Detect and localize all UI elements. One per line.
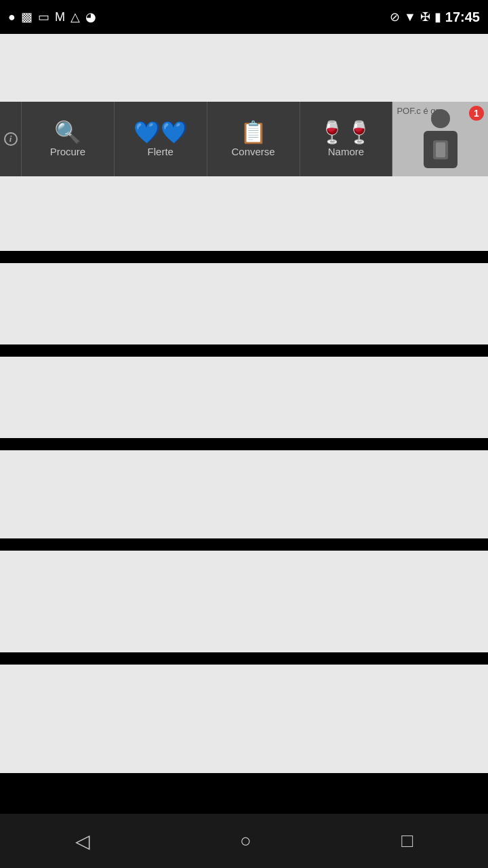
tab-pof-ad[interactable]: 1 POF.c é gra (392, 102, 488, 176)
info-button[interactable]: i (0, 102, 22, 176)
chat-icon: ▩ (21, 9, 33, 24)
battery-icon: ▮ (434, 9, 441, 24)
nav-bar: i 🔍 Procure 💙💙 Flerte 📋 Converse 🍷🍷 Namo… (0, 102, 488, 176)
divider-5 (0, 652, 488, 665)
tab-converse[interactable]: 📋 Converse (207, 102, 300, 176)
tab-namore-label: Namore (328, 146, 364, 157)
tab-converse-label: Converse (232, 146, 275, 157)
mail-icon: M (55, 10, 65, 24)
content-stripe-5 (0, 551, 488, 652)
tab-flerte[interactable]: 💙💙 Flerte (115, 102, 207, 176)
notification-badge: 1 (469, 106, 484, 121)
airplane-icon: ✠ (420, 9, 430, 24)
content-stripe-1 (0, 176, 488, 251)
back-button[interactable]: ◁ (62, 823, 104, 859)
hearts-icon: 💙💙 (134, 121, 188, 143)
bottom-nav: ◁ ○ □ (0, 814, 488, 868)
svg-rect-3 (436, 142, 445, 157)
content-stripe-3 (0, 357, 488, 438)
block-icon: ⊘ (390, 9, 400, 24)
home-button[interactable]: ○ (226, 823, 265, 859)
wifi-icon: ▼ (404, 10, 416, 24)
tab-namore[interactable]: 🍷🍷 Namore (300, 102, 393, 176)
whatsapp-icon: ● (8, 10, 16, 24)
divider-2 (0, 344, 488, 357)
content-stripe-6 (0, 665, 488, 773)
recents-button[interactable]: □ (388, 823, 426, 859)
search-icon: 🔍 (54, 121, 81, 143)
chat-bubble-icon: 📋 (240, 121, 267, 143)
divider-3 (0, 438, 488, 450)
messenger-icon: ◕ (85, 9, 96, 24)
wine-icon: 🍷🍷 (319, 121, 373, 143)
status-bar: ● ▩ ▭ M △ ◕ ⊘ ▼ ✠ ▮ 17:45 (0, 0, 488, 34)
divider-4 (0, 538, 488, 551)
tab-flerte-label: Flerte (148, 146, 174, 157)
info-icon: i (4, 132, 18, 146)
status-icons-right: ⊘ ▼ ✠ ▮ 17:45 (390, 9, 480, 25)
tab-procure[interactable]: 🔍 Procure (22, 102, 115, 176)
divider-1 (0, 251, 488, 263)
content-stripe-2 (0, 263, 488, 344)
image-icon: ▭ (38, 9, 49, 24)
status-time: 17:45 (445, 9, 480, 25)
tab-procure-label: Procure (50, 146, 86, 157)
main-content (0, 176, 488, 773)
warning-icon: △ (70, 9, 80, 24)
app-header-partial (0, 34, 488, 102)
status-icons-left: ● ▩ ▭ M △ ◕ (8, 9, 96, 24)
content-stripe-4 (0, 450, 488, 538)
